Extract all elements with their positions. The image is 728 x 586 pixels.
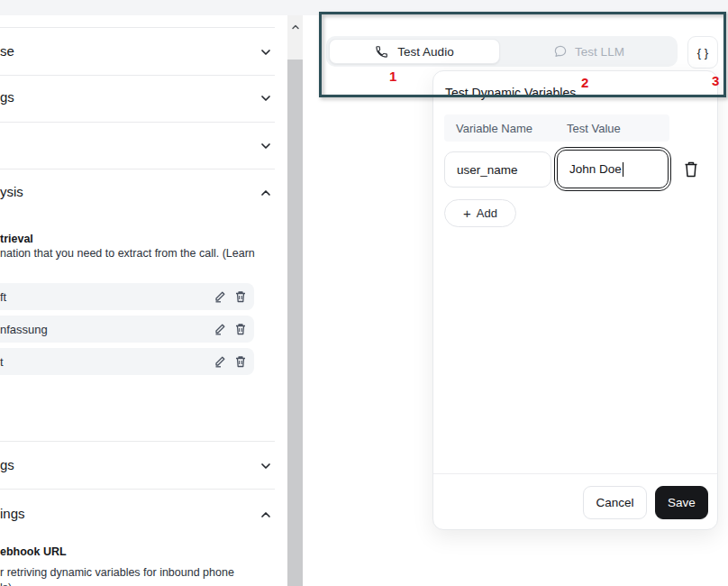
top-strip	[0, 0, 728, 15]
save-button[interactable]: Save	[655, 486, 708, 519]
add-label: Add	[477, 206, 497, 220]
chevron-up-icon[interactable]	[259, 508, 273, 522]
scrollbar-thumb[interactable]	[287, 60, 303, 586]
divider	[0, 27, 275, 28]
edit-icon[interactable]	[213, 289, 227, 304]
chevron-down-icon[interactable]	[259, 91, 273, 105]
retrieval-description: nation that you need to extract from the…	[0, 247, 255, 260]
chevron-down-icon[interactable]	[259, 139, 273, 153]
dynamic-variables-button[interactable]: { }	[687, 36, 718, 69]
annotation-marker-3: 3	[712, 74, 719, 87]
column-header-variable-name: Variable Name	[456, 122, 532, 135]
delete-row-button[interactable]	[682, 160, 700, 179]
sidebar-section-label[interactable]: ings	[0, 507, 25, 521]
column-header-test-value: Test Value	[567, 122, 621, 135]
retrieval-item-label: nfassung	[0, 323, 48, 336]
variable-name-input[interactable]: user_name	[444, 151, 551, 188]
webhook-description: r retriving dynamic variables for inboun…	[0, 566, 234, 579]
edit-icon[interactable]	[213, 354, 227, 369]
chevron-down-icon[interactable]	[259, 45, 273, 60]
webhook-heading: ebhook URL	[0, 545, 67, 558]
trash-icon[interactable]	[233, 322, 248, 336]
test-audio-button[interactable]: Test Audio	[329, 39, 500, 64]
sidebar-section-label[interactable]: gs	[0, 90, 14, 105]
test-llm-label: Test LLM	[575, 45, 624, 59]
trash-icon[interactable]	[233, 289, 248, 304]
test-audio-label: Test Audio	[397, 45, 453, 59]
sidebar-section-label[interactable]: se	[0, 44, 14, 59]
retrieval-item-label: t	[0, 355, 4, 369]
annotation-marker-1: 1	[389, 69, 396, 83]
retrieval-heading: trieval	[0, 233, 33, 245]
braces-icon: { }	[697, 46, 708, 60]
variable-name-value: user_name	[457, 163, 518, 177]
webhook-description-2: ls)	[0, 581, 12, 586]
test-llm-button[interactable]: Test LLM	[500, 36, 678, 67]
phone-icon	[375, 45, 388, 59]
dialog-footer-divider	[433, 473, 717, 474]
chat-bubble-icon	[553, 44, 568, 59]
divider	[0, 169, 275, 169]
scrollbar-up-button[interactable]	[287, 15, 303, 39]
text-caret	[623, 162, 624, 177]
app-screen: se gs ysis trieval nation that you need …	[0, 0, 728, 586]
test-value-value: John Doe	[569, 162, 622, 176]
annotation-marker-2: 2	[581, 76, 588, 89]
sidebar-section-label[interactable]: ysis	[0, 185, 23, 199]
add-variable-button[interactable]: + Add	[444, 199, 516, 227]
divider	[0, 489, 275, 490]
retrieval-item-row: t	[0, 348, 254, 375]
retrieval-item-label: ft	[0, 290, 6, 304]
divider	[0, 441, 275, 442]
test-value-input[interactable]: John Doe	[557, 150, 669, 188]
cancel-button[interactable]: Cancel	[583, 486, 647, 519]
divider	[0, 75, 275, 76]
test-mode-segmented-control: Test Audio Test LLM	[326, 36, 678, 67]
retrieval-item-row: nfassung	[0, 316, 254, 343]
trash-icon[interactable]	[233, 354, 248, 369]
test-dynamic-variables-dialog: Test Dynamic Variables Variable Name Tes…	[432, 70, 718, 530]
edit-icon[interactable]	[213, 322, 227, 336]
sidebar-section-label[interactable]: gs	[0, 458, 14, 472]
plus-icon: +	[463, 207, 471, 219]
chevron-up-icon[interactable]	[259, 186, 273, 200]
chevron-down-icon[interactable]	[259, 459, 273, 473]
dialog-title: Test Dynamic Variables	[445, 86, 576, 100]
divider	[0, 122, 275, 123]
retrieval-item-row: ft	[0, 283, 254, 310]
